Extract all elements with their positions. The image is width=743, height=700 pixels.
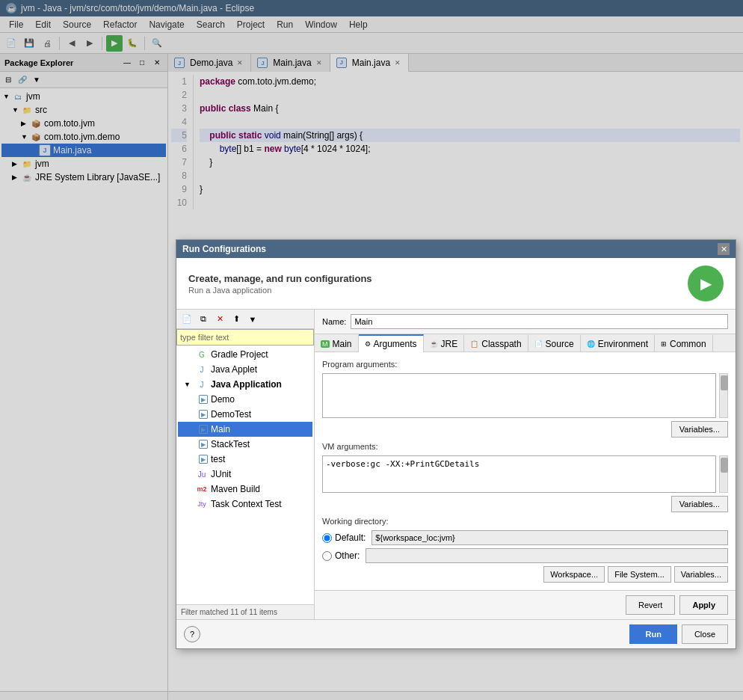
- program-args-label: Program arguments:: [322, 360, 728, 369]
- main-run-icon: ▶: [199, 425, 208, 434]
- prog-args-scrollbar[interactable]: [719, 373, 728, 418]
- dialog-header: Create, manage, and run configurations R…: [176, 258, 736, 310]
- dialog-header-text: Create, manage, and run configurations R…: [188, 273, 372, 295]
- config-tab-common[interactable]: ⊞ Common: [655, 334, 713, 352]
- config-item-stacktest[interactable]: ▶ StackTest: [178, 437, 312, 452]
- more-config-btn[interactable]: ▼: [245, 312, 260, 327]
- program-args-section: Program arguments: Variables...: [322, 360, 728, 438]
- config-list-toolbar: 📄 ⧉ ✕ ⬆ ▼: [176, 310, 314, 329]
- other-dir-input[interactable]: [366, 548, 728, 563]
- config-tabs: M Main ⚙ Arguments ☕ JRE 📋 Classpath: [315, 334, 736, 352]
- config-tab-source[interactable]: 📄 Source: [528, 334, 581, 352]
- vm-args-input[interactable]: -verbose:gc -XX:+PrintGCDetails: [322, 455, 716, 493]
- config-label-demo: Demo: [211, 394, 235, 405]
- config-tab-jre[interactable]: ☕ JRE: [424, 334, 465, 352]
- env-tab-indicator: 🌐: [587, 340, 595, 348]
- junit-icon: Ju: [196, 468, 208, 480]
- config-tab-src-label: Source: [546, 339, 574, 349]
- config-tab-common-label: Common: [670, 339, 706, 349]
- config-item-test[interactable]: ▶ test: [178, 452, 312, 467]
- program-args-input[interactable]: [322, 373, 716, 418]
- config-item-applet[interactable]: J Java Applet: [178, 362, 312, 377]
- config-right-panel: Name: M Main ⚙ Arguments ☕ JRE: [315, 310, 736, 619]
- main-tab-indicator: M: [321, 340, 330, 348]
- config-item-main[interactable]: ▶ Main: [178, 422, 312, 437]
- demotest-run-icon: ▶: [199, 410, 208, 419]
- new-config-btn[interactable]: 📄: [179, 312, 194, 327]
- config-tab-environment[interactable]: 🌐 Environment: [581, 334, 655, 352]
- vm-args-row: -verbose:gc -XX:+PrintGCDetails: [322, 455, 728, 493]
- run-configurations-dialog: Run Configurations ✕ Create, manage, and…: [176, 239, 736, 649]
- working-dir-section: Working directory: Default: Other:: [322, 517, 728, 583]
- config-label-gradle: Gradle Project: [211, 349, 268, 360]
- config-item-java-app[interactable]: ▼ J Java Application: [178, 377, 312, 392]
- test-run-icon: ▶: [199, 455, 208, 464]
- dialog-title: Run Configurations: [182, 244, 266, 254]
- args-tab-indicator: ⚙: [365, 340, 371, 348]
- config-label-demotest: DemoTest: [211, 409, 251, 420]
- config-label-task: Task Context Test: [211, 499, 282, 509]
- filter-status: Filter matched 11 of 11 items: [176, 604, 314, 619]
- revert-apply-row: Revert Apply: [315, 590, 736, 619]
- workspace-btn[interactable]: Workspace...: [543, 566, 605, 583]
- help-btn[interactable]: ?: [184, 626, 200, 642]
- default-dir-input[interactable]: [372, 530, 728, 545]
- config-tab-arguments[interactable]: ⚙ Arguments: [359, 334, 424, 352]
- vm-args-scroll-thumb: [721, 458, 728, 473]
- config-tab-classpath[interactable]: 📋 Classpath: [464, 334, 528, 352]
- duplicate-config-btn[interactable]: ⧉: [196, 312, 211, 327]
- variables-wd-btn[interactable]: Variables...: [674, 566, 728, 583]
- default-radio[interactable]: [322, 533, 332, 543]
- name-input[interactable]: [351, 314, 728, 329]
- config-item-gradle[interactable]: G Gradle Project: [178, 347, 312, 362]
- config-item-maven[interactable]: m2 Maven Build: [178, 482, 312, 497]
- maven-icon: m2: [196, 483, 208, 495]
- dialog-close-btn[interactable]: ✕: [718, 243, 730, 255]
- config-content-arguments: Program arguments: Variables... VM argum…: [315, 352, 736, 590]
- prog-args-scroll-thumb: [721, 375, 728, 390]
- dialog-overlay: Run Configurations ✕ Create, manage, and…: [0, 0, 743, 700]
- prog-args-variables-btn[interactable]: Variables...: [671, 421, 728, 438]
- other-row: Other:: [322, 548, 728, 563]
- config-tab-env-label: Environment: [598, 339, 648, 349]
- stacktest-run-icon: ▶: [199, 440, 208, 449]
- run-dialog-btn[interactable]: Run: [629, 624, 676, 644]
- footer-buttons: Run Close: [629, 624, 728, 644]
- vm-args-scrollbar[interactable]: [719, 455, 728, 493]
- other-radio[interactable]: [322, 551, 332, 561]
- config-item-task[interactable]: Jty Task Context Test: [178, 497, 312, 512]
- other-label: Other:: [335, 550, 360, 561]
- config-filter-input[interactable]: [176, 329, 314, 346]
- config-tree: G Gradle Project J Java Applet ▼ J Java …: [176, 346, 314, 604]
- config-tab-main-label: Main: [333, 339, 352, 349]
- jre-tab-indicator: ☕: [430, 340, 438, 348]
- program-args-row: [322, 373, 728, 418]
- close-dialog-btn[interactable]: Close: [682, 624, 728, 644]
- java-app-icon: J: [196, 378, 208, 390]
- config-item-junit[interactable]: Ju JUnit: [178, 467, 312, 482]
- config-item-demotest[interactable]: ▶ DemoTest: [178, 407, 312, 422]
- task-icon: Jty: [196, 498, 208, 510]
- name-row: Name:: [315, 310, 736, 334]
- common-tab-indicator: ⊞: [661, 340, 667, 348]
- cp-tab-indicator: 📋: [470, 340, 478, 348]
- config-tab-main[interactable]: M Main: [315, 334, 359, 352]
- file-system-btn[interactable]: File System...: [608, 566, 671, 583]
- vm-args-section: VM arguments: -verbose:gc -XX:+PrintGCDe…: [322, 442, 728, 512]
- config-label-applet: Java Applet: [211, 364, 257, 375]
- apply-btn[interactable]: Apply: [679, 595, 728, 615]
- config-tab-args-label: Arguments: [374, 339, 417, 349]
- run-config-icon: ▶: [688, 265, 724, 301]
- name-label: Name:: [322, 317, 346, 326]
- config-item-demo[interactable]: ▶ Demo: [178, 392, 312, 407]
- default-label: Default:: [335, 532, 366, 543]
- default-radio-label[interactable]: Default:: [322, 532, 366, 543]
- delete-config-btn[interactable]: ✕: [212, 312, 227, 327]
- dialog-subheading: Run a Java application: [188, 286, 372, 295]
- vm-args-variables-btn[interactable]: Variables...: [671, 496, 728, 512]
- revert-btn[interactable]: Revert: [626, 595, 675, 615]
- export-config-btn[interactable]: ⬆: [229, 312, 244, 327]
- other-radio-label[interactable]: Other:: [322, 550, 360, 561]
- applet-icon: J: [196, 363, 208, 375]
- config-tab-jre-label: JRE: [441, 339, 458, 349]
